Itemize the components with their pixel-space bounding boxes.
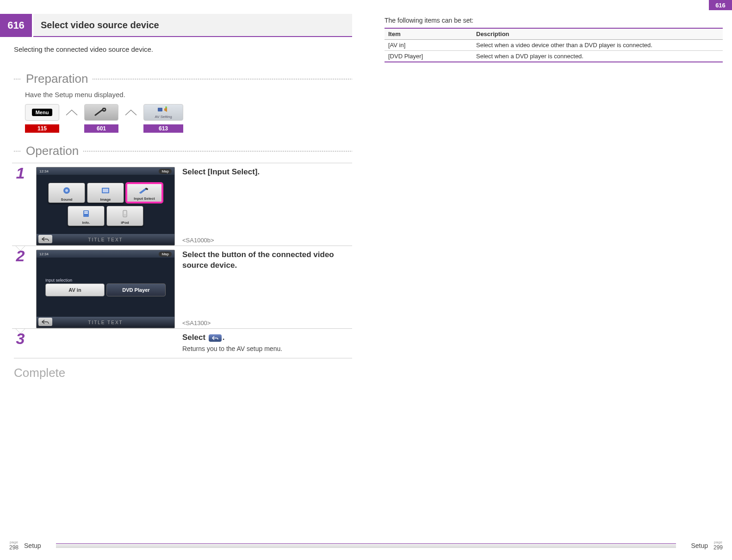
svg-rect-9 — [84, 211, 88, 212]
page-label: page — [9, 541, 19, 544]
av-in-button: AV in — [45, 283, 105, 296]
section-label: Operation — [26, 144, 79, 158]
step-divider-notch-icon — [16, 328, 25, 334]
page-number-right: 299 — [713, 544, 723, 551]
setup-btn-image: Image — [87, 183, 124, 203]
setup-btn-info: Info. — [68, 206, 105, 226]
preparation-text: Have the Setup menu displayed. — [25, 91, 352, 98]
page-footer: page 298 Setup Setup page 299 — [0, 541, 732, 551]
header-number: 616 — [0, 14, 33, 37]
menu-button-label: Menu — [32, 109, 53, 116]
footer-section-right: Setup — [691, 542, 708, 549]
input-selection-label: Input selection — [45, 278, 166, 283]
shot-footer: TITLE TEXT — [37, 317, 174, 328]
step-title-text: . — [223, 333, 225, 342]
settings-table: Item Description [AV in] Select when a v… — [385, 28, 723, 62]
step-code: <SA1300> — [182, 320, 352, 326]
svg-rect-0 — [158, 108, 162, 111]
cell-item: [AV in] — [385, 40, 472, 51]
footer-section-left: Setup — [24, 542, 41, 549]
back-icon — [38, 318, 52, 326]
btn-label: Sound — [61, 197, 73, 202]
ref-badge: 613 — [143, 124, 183, 133]
svg-rect-5 — [103, 189, 108, 192]
preparation-thumbnails: Menu AV Setting — [25, 104, 352, 121]
arrow-icon — [125, 109, 137, 116]
section-operation: Operation — [14, 144, 352, 158]
page-label: page — [713, 541, 723, 544]
preparation-refs: 115 601 613 — [25, 124, 352, 133]
settings-thumbnail — [84, 104, 118, 121]
shot-time: 12:34 — [39, 252, 49, 256]
menu-thumbnail: Menu — [25, 104, 59, 121]
col-description: Description — [472, 28, 723, 40]
ref-badge: 601 — [84, 124, 118, 133]
settings-intro: The following items can be set: — [385, 17, 723, 24]
svg-rect-10 — [84, 213, 88, 214]
dvd-player-button: DVD Player — [106, 283, 166, 296]
setup-btn-ipod: iPod — [106, 206, 143, 226]
btn-label: Input Select — [134, 197, 155, 201]
step-title: Select . — [182, 332, 352, 343]
shot-footer: TITLE TEXT — [37, 234, 174, 245]
cell-desc: Select when a DVD player is connected. — [472, 51, 723, 62]
page-subtitle: Selecting the connected video source dev… — [14, 45, 352, 53]
footer-bar — [56, 543, 676, 548]
step-1: 1 12:34 Map Sound Image — [12, 163, 352, 246]
section-preparation: Preparation — [14, 72, 352, 86]
av-setting-thumbnail: AV Setting — [143, 104, 183, 121]
cell-desc: Select when a video device other than a … — [472, 40, 723, 51]
back-button-icon — [209, 334, 222, 342]
btn-label: Info. — [82, 221, 90, 225]
table-row: [AV in] Select when a video device other… — [385, 40, 723, 51]
svg-point-7 — [146, 188, 148, 190]
step2-screenshot: 12:34 Map Input selection AV in DVD Play… — [36, 250, 175, 328]
page-title: Select video source device — [33, 14, 352, 37]
cell-item: [DVD Player] — [385, 51, 472, 62]
col-item: Item — [385, 28, 472, 40]
table-row: [DVD Player] Select when a DVD player is… — [385, 51, 723, 62]
step-divider-notch-icon — [16, 246, 25, 251]
map-button: Map — [159, 169, 172, 174]
step-3: 3 Select . Returns you to the AV setup m… — [12, 328, 352, 356]
step-title: Select the button of the connected video… — [182, 250, 352, 271]
page-tab: 616 — [709, 0, 732, 10]
ref-badge: 115 — [25, 124, 59, 133]
step-2: 2 12:34 Map Input selection AV in DVD Pl… — [12, 246, 352, 328]
step-code: <SA1000b> — [182, 237, 352, 244]
setup-btn-sound: Sound — [48, 183, 85, 203]
btn-label: Image — [100, 197, 111, 202]
step-subtitle: Returns you to the AV setup menu. — [182, 345, 352, 352]
map-button: Map — [159, 252, 172, 257]
svg-point-12 — [124, 214, 126, 216]
svg-point-1 — [165, 106, 167, 108]
back-icon — [38, 235, 52, 243]
step-title: Select [Input Select]. — [182, 167, 352, 178]
step1-screenshot: 12:34 Map Sound Image — [36, 167, 175, 246]
svg-point-3 — [65, 189, 68, 192]
step-title-text: Select — [182, 333, 208, 342]
arrow-icon — [66, 109, 78, 116]
av-setting-label: AV Setting — [155, 115, 172, 119]
setup-btn-input-select: Input Select — [126, 183, 163, 203]
page-number-left: 298 — [9, 544, 19, 551]
section-complete: Complete — [14, 366, 352, 380]
step-number: 1 — [12, 165, 29, 181]
btn-label: iPod — [121, 221, 129, 225]
page-header: 616 Select video source device — [0, 14, 352, 37]
shot-time: 12:34 — [39, 169, 49, 173]
section-label: Preparation — [26, 72, 88, 86]
